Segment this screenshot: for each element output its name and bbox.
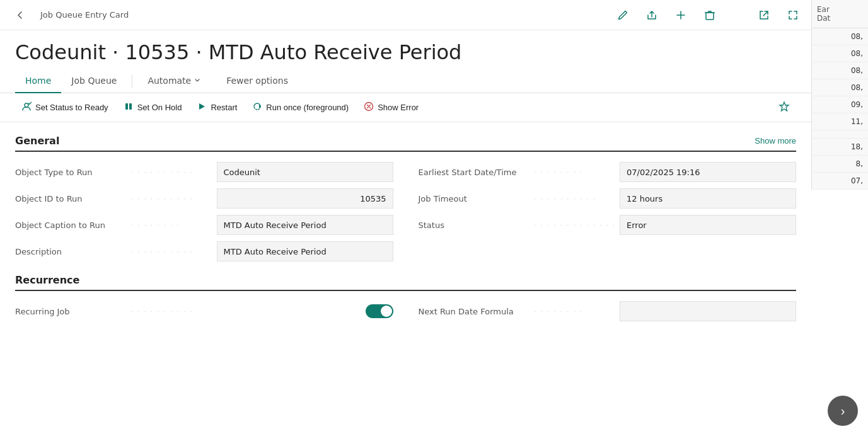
earliest-start-value[interactable]: 07/02/2025 19:16: [620, 162, 796, 182]
status-dots: · · · · · · · · · · · · ·: [535, 222, 618, 229]
general-section-header: General Show more: [15, 135, 796, 152]
empty-right-cell: [419, 241, 797, 261]
svg-point-1: [25, 103, 28, 107]
tab-divider: [132, 75, 132, 88]
show-error-button[interactable]: Show Error: [357, 98, 425, 118]
next-run-field-row: Next Run Date Formula · · · · · · · ·: [419, 301, 797, 321]
object-id-field-row: Object ID to Run · · · · · · · · · · 105…: [15, 188, 393, 209]
add-icon-button[interactable]: [673, 7, 689, 23]
object-caption-value[interactable]: MTD Auto Receive Period: [217, 215, 393, 235]
job-timeout-dots: · · · · · · · · · ·: [535, 195, 618, 202]
list-item: 09,: [812, 96, 868, 113]
list-item: 18,: [812, 139, 868, 156]
restart-button[interactable]: Restart: [190, 98, 243, 118]
set-on-hold-button[interactable]: Set On Hold: [117, 98, 188, 118]
svg-rect-3: [129, 103, 132, 110]
delete-icon-button[interactable]: [702, 7, 718, 23]
recurrence-section-header: Recurrence: [15, 274, 796, 291]
chevron-down-icon: [194, 76, 201, 86]
list-item: 11,: [812, 113, 868, 130]
action-toolbar: Set Status to Ready Set On Hold Restart: [0, 93, 811, 122]
earliest-start-dots: · · · · · · · ·: [535, 169, 618, 176]
nav-title: Job Queue Entry Card: [40, 10, 605, 20]
job-timeout-value[interactable]: 12 hours: [620, 188, 796, 209]
general-fields-grid: Object Type to Run · · · · · · · · · · C…: [15, 162, 796, 261]
back-button[interactable]: [10, 5, 30, 25]
show-more-button[interactable]: Show more: [755, 136, 796, 146]
right-panel-wrapper: Ear Dat 08, 08, 08, 08, 09, 11, 18, 8, 0…: [811, 0, 868, 441]
recurring-job-field-row: Recurring Job · · · · · · · · · ·: [15, 301, 393, 321]
svg-marker-4: [199, 103, 205, 110]
set-status-icon: [21, 101, 32, 114]
next-run-dots: · · · · · · · ·: [535, 308, 618, 315]
job-timeout-field-row: Job Timeout · · · · · · · · · · 12 hours: [419, 188, 797, 209]
open-external-icon-button[interactable]: [756, 7, 772, 23]
svg-rect-0: [706, 13, 714, 20]
general-section: General Show more Object Type to Run · ·…: [15, 135, 796, 261]
share-icon-button[interactable]: [644, 7, 660, 23]
run-once-foreground-button[interactable]: Run once (foreground): [246, 98, 355, 118]
description-value[interactable]: MTD Auto Receive Period: [217, 241, 393, 261]
list-item: 08,: [812, 79, 868, 96]
recurring-job-toggle[interactable]: [366, 304, 393, 318]
object-caption-dots: · · · · · · · ·: [131, 222, 214, 229]
tab-automate[interactable]: Automate: [137, 69, 211, 93]
general-section-title: General: [15, 135, 59, 147]
toggle-knob: [381, 306, 392, 317]
recurrence-section: Recurrence Recurring Job · · · · · · · ·…: [15, 274, 796, 321]
earliest-start-field-row: Earliest Start Date/Time · · · · · · · ·…: [419, 162, 797, 182]
recurrence-fields-grid: Recurring Job · · · · · · · · · · Next R…: [15, 301, 796, 321]
play-icon: [197, 101, 207, 114]
recurring-job-toggle-container: [366, 304, 393, 318]
description-dots: · · · · · · · · · ·: [131, 248, 214, 255]
description-field-row: Description · · · · · · · · · · MTD Auto…: [15, 241, 393, 261]
tabs-bar: Home Job Queue Automate Fewer options: [0, 69, 811, 93]
object-id-label: Object ID to Run: [15, 194, 129, 203]
nav-icons: [615, 7, 801, 23]
list-item: 08,: [812, 28, 868, 45]
run-once-icon: [252, 101, 262, 114]
earliest-start-label: Earliest Start Date/Time: [419, 168, 532, 177]
recurrence-section-title: Recurrence: [15, 274, 79, 286]
object-caption-field-row: Object Caption to Run · · · · · · · · MT…: [15, 215, 393, 235]
description-label: Description: [15, 247, 129, 256]
list-item: 08,: [812, 45, 868, 62]
job-timeout-label: Job Timeout: [419, 194, 532, 203]
object-type-dots: · · · · · · · · · ·: [131, 169, 214, 176]
object-type-field-row: Object Type to Run · · · · · · · · · · C…: [15, 162, 393, 182]
object-type-value[interactable]: Codeunit: [217, 162, 393, 182]
top-nav: Job Queue Entry Card: [0, 0, 811, 30]
content-scroll: General Show more Object Type to Run · ·…: [0, 122, 811, 441]
right-panel-rows: 08, 08, 08, 08, 09, 11, 18, 8, 07,: [812, 28, 868, 190]
list-item: [812, 130, 868, 139]
expand-icon-button[interactable]: [785, 7, 801, 23]
pause-icon: [124, 101, 134, 114]
object-id-dots: · · · · · · · · · ·: [131, 195, 214, 202]
recurring-job-dots: · · · · · · · · · ·: [131, 308, 363, 315]
set-status-ready-button[interactable]: Set Status to Ready: [15, 98, 115, 118]
page-title-area: Codeunit · 10535 · MTD Auto Receive Peri…: [0, 30, 811, 69]
list-item: 8,: [812, 156, 868, 173]
status-field-row: Status · · · · · · · · · · · · · Error: [419, 215, 797, 235]
edit-icon-button[interactable]: [615, 7, 631, 23]
svg-rect-2: [125, 103, 128, 110]
pin-toolbar-button[interactable]: [772, 97, 796, 118]
tab-home[interactable]: Home: [15, 69, 61, 93]
object-type-label: Object Type to Run: [15, 168, 129, 177]
pin-icon: [778, 101, 790, 114]
list-item: 07,: [812, 173, 868, 190]
tab-job-queue[interactable]: Job Queue: [61, 69, 127, 93]
tab-fewer-options[interactable]: Fewer options: [216, 69, 298, 93]
object-id-value[interactable]: 10535: [217, 188, 393, 209]
status-label: Status: [419, 220, 532, 230]
object-caption-label: Object Caption to Run: [15, 220, 129, 230]
recurring-job-label: Recurring Job: [15, 307, 129, 316]
right-panel-header: Ear Dat: [812, 0, 868, 28]
page-title: Codeunit · 10535 · MTD Auto Receive Peri…: [15, 40, 796, 64]
next-run-value[interactable]: [620, 301, 796, 321]
next-run-label: Next Run Date Formula: [419, 307, 532, 316]
right-panel: Ear Dat 08, 08, 08, 08, 09, 11, 18, 8, 0…: [811, 0, 868, 190]
error-icon: [364, 101, 374, 114]
list-item: 08,: [812, 62, 868, 79]
status-value[interactable]: Error: [620, 215, 796, 235]
